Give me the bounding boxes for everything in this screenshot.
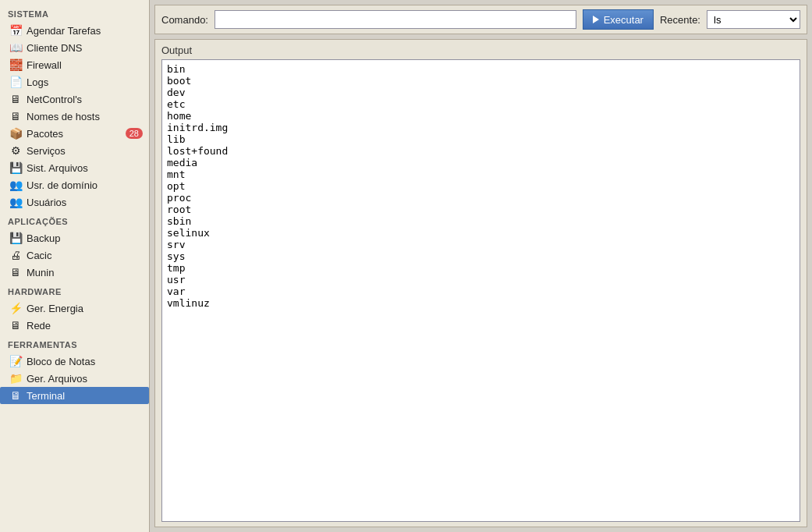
usr-dominio-label: Usr. de domínio xyxy=(27,179,143,191)
ger-arquivos-label: Ger. Arquivos xyxy=(27,373,143,385)
usuarios-icon: 👥 xyxy=(8,196,23,208)
backup-label: Backup xyxy=(27,232,143,244)
sidebar-item-ger-arquivos[interactable]: 📁Ger. Arquivos xyxy=(0,370,149,387)
netcontrols-icon: 🖥 xyxy=(8,93,23,105)
pacotes-label: Pacotes xyxy=(27,128,122,140)
recente-select[interactable]: lspwddfpstop xyxy=(707,10,800,29)
rede-icon: 🖥 xyxy=(8,319,23,332)
sidebar-item-munin[interactable]: 🖥Munin xyxy=(0,264,149,281)
sidebar-item-pacotes[interactable]: 📦Pacotes28 xyxy=(0,125,149,142)
cliente-dns-label: Cliente DNS xyxy=(27,42,143,54)
sidebar-item-cliente-dns[interactable]: 📖Cliente DNS xyxy=(0,39,149,56)
bloco-notas-icon: 📝 xyxy=(8,355,23,367)
sidebar: SISTEMA📅Agendar Tarefas📖Cliente DNS🧱Fire… xyxy=(0,0,150,532)
servicos-label: Serviços xyxy=(27,145,143,157)
cacic-icon: 🖨 xyxy=(8,249,23,261)
sidebar-item-rede[interactable]: 🖥Rede xyxy=(0,317,149,334)
pacotes-icon: 📦 xyxy=(8,127,23,140)
sidebar-section-aplicações: APLICAÇÕES xyxy=(0,211,149,229)
sidebar-item-usuarios[interactable]: 👥Usuários xyxy=(0,193,149,211)
munin-label: Munin xyxy=(27,267,143,278)
pacotes-badge: 28 xyxy=(126,128,143,139)
firewall-icon: 🧱 xyxy=(8,59,23,71)
nomes-de-hosts-label: Nomes de hosts xyxy=(27,111,143,122)
output-section: Output bin boot dev etc home initrd.img … xyxy=(154,39,807,527)
command-label: Comando: xyxy=(161,14,208,26)
output-box[interactable]: bin boot dev etc home initrd.img lib los… xyxy=(161,59,800,522)
terminal-label: Terminal xyxy=(27,390,143,402)
sidebar-item-terminal[interactable]: 🖥Terminal xyxy=(0,387,149,404)
ger-energia-label: Ger. Energia xyxy=(27,303,143,314)
sidebar-item-firewall[interactable]: 🧱Firewall xyxy=(0,56,149,73)
ger-energia-icon: ⚡ xyxy=(8,302,23,314)
sidebar-section-hardware: HARDWARE xyxy=(0,281,149,300)
netcontrols-label: NetControl's xyxy=(27,94,143,105)
cacic-label: Cacic xyxy=(27,250,143,261)
sidebar-item-ger-energia[interactable]: ⚡Ger. Energia xyxy=(0,300,149,317)
sidebar-item-usr-dominio[interactable]: 👥Usr. de domínio xyxy=(0,176,149,193)
terminal-icon: 🖥 xyxy=(8,389,23,402)
sidebar-item-cacic[interactable]: 🖨Cacic xyxy=(0,246,149,264)
output-title: Output xyxy=(161,44,800,56)
sidebar-section-ferramentas: FERRAMENTAS xyxy=(0,334,149,353)
sidebar-item-logs[interactable]: 📄Logs xyxy=(0,73,149,90)
execute-label: Executar xyxy=(604,14,644,26)
play-icon xyxy=(593,16,599,23)
sidebar-item-netcontrols[interactable]: 🖥NetControl's xyxy=(0,90,149,108)
sidebar-item-agendar-tarefas[interactable]: 📅Agendar Tarefas xyxy=(0,22,149,39)
usr-dominio-icon: 👥 xyxy=(8,179,23,191)
cliente-dns-icon: 📖 xyxy=(8,41,23,54)
sidebar-item-bloco-notas[interactable]: 📝Bloco de Notas xyxy=(0,353,149,370)
agendar-tarefas-icon: 📅 xyxy=(8,24,23,37)
nomes-de-hosts-icon: 🖥 xyxy=(8,110,23,122)
sist-arquivos-label: Sist. Arquivos xyxy=(27,162,143,174)
logs-label: Logs xyxy=(27,76,143,88)
command-input[interactable] xyxy=(215,10,576,29)
rede-label: Rede xyxy=(27,320,143,332)
main-content: Comando: Executar Recente: lspwddfpstop … xyxy=(150,0,812,532)
sidebar-item-backup[interactable]: 💾Backup xyxy=(0,229,149,246)
sidebar-section-sistema: SISTEMA xyxy=(0,3,149,22)
recente-label: Recente: xyxy=(660,14,700,26)
firewall-label: Firewall xyxy=(27,59,143,71)
logs-icon: 📄 xyxy=(8,76,23,88)
sidebar-item-servicos[interactable]: ⚙Serviços xyxy=(0,142,149,159)
execute-button[interactable]: Executar xyxy=(583,9,654,30)
sist-arquivos-icon: 💾 xyxy=(8,161,23,174)
bloco-notas-label: Bloco de Notas xyxy=(27,356,143,367)
agendar-tarefas-label: Agendar Tarefas xyxy=(27,25,143,37)
sidebar-item-nomes-de-hosts[interactable]: 🖥Nomes de hosts xyxy=(0,108,149,125)
servicos-icon: ⚙ xyxy=(8,144,23,157)
munin-icon: 🖥 xyxy=(8,266,23,278)
ger-arquivos-icon: 📁 xyxy=(8,372,23,385)
backup-icon: 💾 xyxy=(8,232,23,244)
sidebar-item-sist-arquivos[interactable]: 💾Sist. Arquivos xyxy=(0,159,149,176)
usuarios-label: Usuários xyxy=(27,197,143,208)
toolbar: Comando: Executar Recente: lspwddfpstop xyxy=(154,5,807,34)
